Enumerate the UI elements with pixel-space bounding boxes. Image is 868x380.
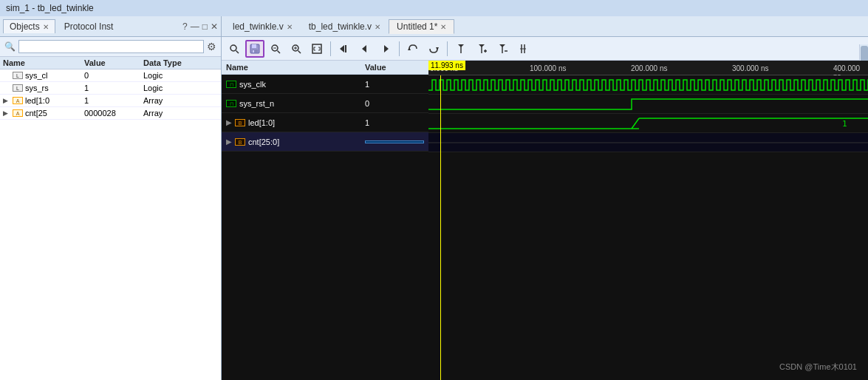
obj-row-led[interactable]: ▶ A led[1:0 1 Array	[0, 95, 221, 107]
expand-arrow: ▶	[3, 109, 10, 117]
toolbar-separator-3	[447, 41, 448, 56]
close-led-tab[interactable]: ✕	[287, 23, 293, 31]
left-search-bar: 🔍 ⚙	[0, 37, 221, 57]
tab-led-twinkle[interactable]: led_twinkle.v ✕	[225, 19, 301, 33]
wave-row-cnt	[428, 133, 868, 152]
rewind-button[interactable]	[335, 40, 354, 58]
tab-protocol[interactable]: Protocol Inst	[58, 20, 120, 33]
toolbar-separator-1	[330, 41, 331, 56]
waveform-display[interactable]: 11.993 ns 0.000 ns 100.000 ns 200.000 ns…	[428, 61, 868, 380]
logic-icon: L	[13, 72, 23, 79]
wave-row-led: 1	[428, 114, 868, 133]
svg-point-0	[230, 45, 236, 51]
close-panel-icon[interactable]: ✕	[211, 21, 218, 32]
btn-marker[interactable]	[451, 40, 471, 58]
time-ruler: 0.000 ns 100.000 ns 200.000 ns 300.000 n…	[428, 61, 868, 75]
zoom-fit-button[interactable]	[266, 40, 285, 58]
btn-cycle-right[interactable]	[424, 40, 443, 58]
wave-row-rstn	[428, 95, 868, 114]
search-button[interactable]	[225, 40, 244, 58]
maximize-icon[interactable]: □	[202, 21, 208, 32]
btn-marker-list[interactable]	[513, 40, 533, 58]
svg-rect-5	[253, 50, 254, 52]
right-panel: led_twinkle.v ✕ tb_led_twinkle.v ✕ Untit…	[222, 16, 868, 380]
signal-row-led[interactable]: ▶ B led[1:0] 1	[222, 113, 428, 132]
close-tb-tab[interactable]: ✕	[375, 23, 380, 31]
signal-names-panel: Name Value ⊓ sys_clk 1	[222, 61, 428, 380]
tab-objects[interactable]: Objects ✕	[3, 19, 55, 33]
save-button[interactable]	[245, 40, 264, 58]
logic-signal-icon: ⊓	[226, 100, 236, 107]
left-panel: Objects ✕ Protocol Inst ? — □ ✕ 🔍 ⚙ Name…	[0, 16, 222, 380]
waveform-svg-area: 1 CSDN @Time木0101	[428, 75, 868, 380]
btn-add-marker[interactable]	[472, 40, 491, 58]
logic-icon: L	[13, 84, 23, 92]
signal-header: Name Value	[222, 61, 428, 75]
next-cursor-button[interactable]	[376, 40, 395, 58]
signal-row-sysrstn[interactable]: ⊓ sys_rst_n 0	[222, 94, 428, 113]
obj-row-syscl[interactable]: L sys_cl 0 Logic	[0, 69, 221, 82]
left-tabs: Objects ✕ Protocol Inst ? — □ ✕	[0, 16, 221, 37]
svg-line-10	[298, 50, 301, 53]
svg-marker-14	[340, 45, 344, 52]
svg-rect-3	[252, 44, 256, 48]
svg-marker-27	[499, 44, 505, 47]
signal-rows: ⊓ sys_clk 1 ⊓ sys_rst_n 0	[222, 75, 428, 380]
expand-led-icon[interactable]: ▶	[226, 118, 232, 126]
title-text: sim_1 - tb_led_twinkle	[6, 3, 94, 13]
signal-row-sysclk[interactable]: ⊓ sys_clk 1	[222, 75, 428, 94]
search-input[interactable]	[18, 40, 204, 53]
bus2-signal-icon: B	[235, 138, 245, 146]
tab-tb-led-twinkle[interactable]: tb_led_twinkle.v ✕	[301, 19, 389, 33]
obj-row-cnt[interactable]: ▶ A cnt[25 0000028 Array	[0, 107, 221, 120]
help-icon[interactable]: ?	[182, 21, 188, 32]
svg-line-1	[236, 50, 239, 53]
expand-arrow: ▶	[3, 97, 10, 104]
watermark: CSDN @Time木0101	[779, 362, 857, 373]
svg-marker-17	[384, 45, 389, 52]
array-icon: A	[13, 97, 23, 104]
top-tabs: led_twinkle.v ✕ tb_led_twinkle.v ✕ Untit…	[222, 16, 868, 37]
zoom-full-button[interactable]	[307, 40, 327, 58]
time-300: 300.000 ns	[732, 64, 769, 72]
clk-signal-icon: ⊓	[226, 81, 236, 88]
svg-rect-13	[312, 44, 321, 53]
time-200: 200.000 ns	[631, 64, 668, 72]
cursor-time-label: 11.993 ns	[428, 61, 465, 70]
svg-marker-19	[436, 47, 439, 50]
waveform-container: Name Value ⊓ sys_clk 1	[222, 61, 868, 380]
wave-row-clk	[428, 75, 868, 95]
gear-icon[interactable]: ⚙	[207, 41, 216, 52]
btn-cycle-left[interactable]	[403, 40, 423, 58]
toolbar	[222, 37, 868, 61]
minimize-icon[interactable]: —	[191, 21, 199, 32]
close-objects-tab[interactable]: ✕	[43, 23, 49, 31]
zoom-out-button[interactable]	[287, 40, 306, 58]
close-untitled-tab[interactable]: ✕	[440, 23, 446, 31]
svg-marker-16	[362, 45, 366, 52]
svg-line-7	[278, 50, 281, 53]
bus-signal-icon: B	[235, 119, 245, 126]
svg-rect-15	[345, 45, 346, 52]
wave-svg-rstn	[428, 95, 868, 114]
wave-svg-cnt	[428, 133, 868, 152]
objects-list: L sys_cl 0 Logic L sys_rs 1 Logic ▶	[0, 69, 221, 380]
toolbar-separator-2	[399, 41, 400, 56]
objects-column-headers: Name Value Data Type	[0, 57, 221, 69]
wave-svg-clk	[428, 75, 868, 95]
btn-remove-marker[interactable]	[493, 40, 512, 58]
cursor-line	[440, 75, 441, 380]
cnt-value	[365, 140, 424, 143]
search-icon: 🔍	[4, 41, 16, 52]
expand-cnt-icon[interactable]: ▶	[226, 138, 232, 146]
svg-marker-18	[408, 47, 411, 50]
obj-row-sysrs[interactable]: L sys_rs 1 Logic	[0, 82, 221, 95]
svg-text:1: 1	[842, 119, 847, 129]
svg-marker-21	[458, 44, 464, 47]
array-icon: A	[13, 109, 23, 117]
prev-cursor-button[interactable]	[355, 40, 375, 58]
tab-untitled1[interactable]: Untitled 1* ✕	[389, 19, 454, 34]
wave-svg-led: 1	[428, 114, 868, 133]
signal-row-cnt[interactable]: ▶ B cnt[25:0]	[222, 132, 428, 152]
time-100: 100.000 ns	[530, 64, 567, 72]
